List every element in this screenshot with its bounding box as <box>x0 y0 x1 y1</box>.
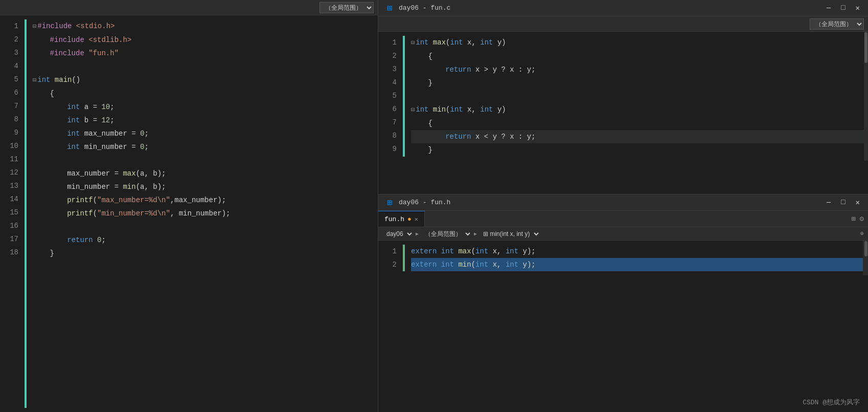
left-editor-titlebar: （全局范围） <box>0 0 378 15</box>
code-line: extern int max(int x, int y); <box>411 245 863 258</box>
collapse-icon[interactable]: ⊟ <box>33 74 36 87</box>
code-line: ⊟int main() <box>33 73 378 87</box>
code-line <box>33 220 378 233</box>
code-line <box>411 90 864 103</box>
right-top-editor-panel: ⊞ day06 - fun.c — □ ✕ （全局范围） 1 2 3 4 5 6… <box>378 0 868 194</box>
collapse-icon[interactable]: ⊟ <box>411 103 415 117</box>
code-line: } <box>411 143 864 157</box>
left-line-numbers: 1 2 3 4 5 6 7 8 9 10 11 12 13 14 15 16 1… <box>0 15 25 412</box>
restore-button-2[interactable]: □ <box>839 198 847 207</box>
fun-h-title: day06 - fun.h <box>399 199 450 206</box>
tab-fun-h[interactable]: fun.h ● ✕ <box>378 211 425 227</box>
scope-dropdown-left[interactable]: （全局范围） <box>319 2 374 13</box>
tab-list-icon[interactable]: ⊞ <box>851 214 855 223</box>
fun-h-scrollbar[interactable] <box>863 241 868 275</box>
code-line: #include <stdlib.h> <box>33 33 378 47</box>
add-button[interactable]: ⊕ <box>860 230 864 237</box>
code-line: return x < y ? x : y; <box>411 130 864 143</box>
vs-logo-icon-2: ⊞ <box>384 198 395 208</box>
code-line: #include "fun.h" <box>33 47 378 60</box>
code-line: printf("max_number=%d\n",max_number); <box>33 193 378 207</box>
fun-c-code-area[interactable]: ⊟int max(int x, int y) { return x > y ? … <box>405 32 864 161</box>
window-controls-2: — □ ✕ <box>825 198 862 207</box>
code-line: extern int min(int x, int y); <box>411 258 863 271</box>
code-line: min_number = min(a, b); <box>33 180 378 193</box>
code-line <box>33 60 378 73</box>
collapse-icon[interactable]: ⊟ <box>411 36 415 50</box>
code-line: int a = 10; <box>33 100 378 114</box>
code-line: ⊟int max(int x, int y) <box>411 36 864 50</box>
minimize-button-2[interactable]: — <box>825 198 833 207</box>
fun-h-line-numbers: 1 2 <box>378 241 403 275</box>
fun-c-editor-content: 1 2 3 4 5 6 7 8 9 ⊟int max(int x, int y)… <box>378 32 868 161</box>
fun-h-titlebar: ⊞ day06 - fun.h — □ ✕ <box>378 194 868 211</box>
code-line: { <box>411 117 864 130</box>
fun-c-titlebar: ⊞ day06 - fun.c — □ ✕ <box>378 0 868 16</box>
function-dropdown[interactable]: ⊞ min(int x, int y) <box>479 229 540 238</box>
vs-logo-icon: ⊞ <box>384 3 395 13</box>
tab-close-button[interactable]: ✕ <box>415 215 418 223</box>
scope-dropdown-func[interactable]: （全局范围） <box>810 18 864 30</box>
scope-dropdown-fun-h[interactable]: （全局范围） <box>421 229 472 238</box>
minimize-button[interactable]: — <box>825 4 833 12</box>
right-bottom-editor-panel: ⊞ day06 - fun.h — □ ✕ fun.h ● ✕ ⊞ ⚙ day0… <box>378 194 868 412</box>
code-line: return x > y ? x : y; <box>411 63 864 76</box>
left-code-area[interactable]: ⊟#include <stdio.h> #include <stdlib.h> … <box>27 15 378 412</box>
code-line: ⊟#include <stdio.h> <box>33 19 378 33</box>
fun-c-scope-bar: （全局范围） <box>378 16 868 32</box>
fun-c-line-numbers: 1 2 3 4 5 6 7 8 9 <box>378 32 403 161</box>
tab-modified-dot: ● <box>407 215 412 223</box>
fun-c-title: day06 - fun.c <box>399 4 450 12</box>
nav-arrow-icon: ▶ <box>416 231 419 237</box>
code-line: } <box>411 76 864 90</box>
tab-options: ⊞ ⚙ <box>847 211 868 227</box>
code-line: max_number = max(a, b); <box>33 167 378 180</box>
fun-h-tab-bar: fun.h ● ✕ ⊞ ⚙ <box>378 211 868 227</box>
project-dropdown[interactable]: day06 <box>382 229 414 238</box>
code-line: return 0; <box>33 233 378 247</box>
code-line: printf("min_number=%d\n", min_number); <box>33 207 378 220</box>
scrollbar-thumb <box>864 32 867 63</box>
restore-button[interactable]: □ <box>839 4 847 12</box>
fun-h-editor-content: 1 2 extern int max(int x, int y); extern… <box>378 241 868 275</box>
fun-h-scrollbar-thumb <box>864 241 867 256</box>
window-controls: — □ ✕ <box>825 4 862 12</box>
collapse-icon[interactable]: ⊟ <box>33 20 36 33</box>
code-line <box>33 154 378 167</box>
close-button-2[interactable]: ✕ <box>854 198 862 207</box>
code-line: } <box>33 247 378 260</box>
left-editor-panel: （全局范围） 1 2 3 4 5 6 7 8 9 10 11 12 13 14 … <box>0 0 378 412</box>
fun-h-nav-bar: day06 ▶ （全局范围） ▶ ⊞ min(int x, int y) ⊕ <box>378 227 868 241</box>
watermark: CSDN @想成为风字 <box>803 398 860 407</box>
code-line: { <box>33 87 378 100</box>
code-line: int min_number = 0; <box>33 140 378 154</box>
nav-arrow-icon-2: ▶ <box>474 231 477 237</box>
right-scrollbar[interactable] <box>864 32 868 161</box>
close-button[interactable]: ✕ <box>854 4 862 12</box>
code-line: int b = 12; <box>33 114 378 127</box>
code-line: ⊟int min(int x, int y) <box>411 103 864 117</box>
tab-label: fun.h <box>384 215 404 223</box>
code-line: int max_number = 0; <box>33 127 378 140</box>
left-editor-content: 1 2 3 4 5 6 7 8 9 10 11 12 13 14 15 16 1… <box>0 15 378 412</box>
fun-h-code-area[interactable]: extern int max(int x, int y); extern int… <box>405 241 863 275</box>
code-line: { <box>411 50 864 63</box>
settings-icon[interactable]: ⚙ <box>860 214 864 223</box>
